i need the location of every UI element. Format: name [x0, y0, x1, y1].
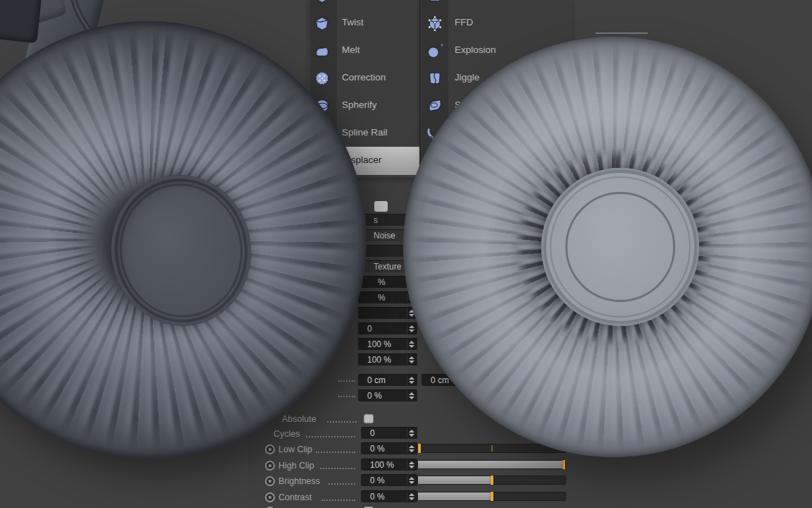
cube-icon [313, 0, 331, 5]
keyframe-dot-brightness[interactable] [265, 476, 275, 486]
keyframe-dot-contrast[interactable] [265, 492, 275, 502]
attr-field-10[interactable]: 0 cm [358, 374, 417, 386]
stepper[interactable] [407, 375, 416, 385]
stepper[interactable] [407, 444, 416, 454]
menu-column-divider [419, 0, 421, 178]
jiggle-icon [426, 69, 444, 87]
ffd-icon [426, 14, 444, 32]
bulge-icon [426, 0, 444, 5]
brightness-field[interactable]: 0 % [361, 474, 417, 486]
contrast-slider[interactable] [417, 492, 566, 501]
stepper[interactable] [407, 391, 416, 401]
menu-item-ffd[interactable]: FFD [421, 9, 572, 37]
cycles-field[interactable]: 0 [361, 427, 417, 439]
contrast-field[interactable]: 0 % [361, 490, 417, 502]
menu-item-correction[interactable]: Correction [308, 64, 421, 92]
keyframe-dot-low-clip[interactable] [265, 445, 275, 454]
high-clip-slider[interactable] [417, 460, 566, 469]
twist-icon [313, 14, 331, 32]
stepper[interactable] [407, 428, 416, 438]
high-clip-field[interactable]: 100 % [361, 459, 417, 471]
label-brightness: Brightness [278, 476, 320, 487]
label-contrast: Contrast [278, 492, 312, 503]
melt-icon [313, 42, 331, 60]
absolute-checkbox[interactable] [364, 414, 374, 423]
menu-item-bulge[interactable]: Bulge [421, 0, 572, 9]
keyframe-dot-high-clip[interactable] [265, 461, 275, 471]
menu-item-twist[interactable]: Twist [308, 9, 421, 37]
attr-field-6[interactable] [358, 307, 417, 319]
correction-icon [313, 69, 331, 87]
surface-icon [426, 97, 444, 115]
stepper[interactable] [407, 492, 416, 502]
attr-field-7[interactable]: 0 [358, 322, 417, 334]
label-high-clip: High Clip [278, 461, 314, 471]
stepper[interactable] [407, 324, 416, 334]
attr-field-8[interactable]: 100 % [358, 338, 417, 350]
stepper[interactable] [407, 339, 416, 349]
label-low-clip: Low Clip [278, 445, 312, 455]
explosion-icon [426, 42, 444, 60]
menu-item-melt[interactable]: Melt [308, 37, 421, 64]
stepper[interactable] [407, 476, 416, 485]
attr-field-9[interactable]: 100 % [358, 353, 417, 365]
brightness-slider[interactable] [417, 476, 566, 485]
low-clip-field[interactable]: 0 % [361, 442, 417, 454]
stepper[interactable] [407, 355, 416, 365]
attr-field-11[interactable]: 0 % [358, 389, 417, 401]
headphone-slider-block [0, 0, 42, 43]
stepper[interactable] [407, 460, 416, 470]
ear-cushion-right-render [403, 37, 812, 457]
background-ledge-line [596, 32, 648, 34]
driver-disc-right [541, 168, 699, 326]
c4d-viewport-screenshot[interactable]: s Noise Texture % % 0 100 % 100 % [0, 0, 812, 508]
menu-item-clipped-top[interactable] [308, 0, 421, 9]
label-cycles: Cycles [273, 429, 300, 440]
label-absolute: Absolute [282, 414, 316, 425]
shader-preview-swatch[interactable] [374, 201, 388, 212]
